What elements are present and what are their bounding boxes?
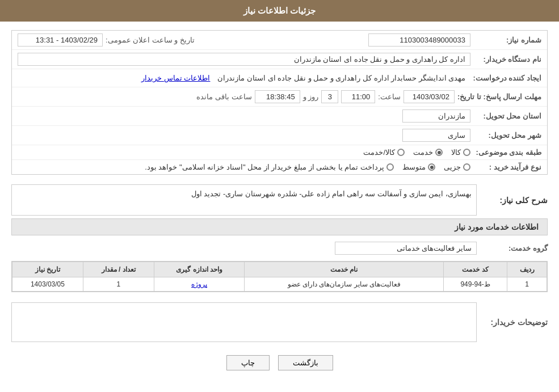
page-title: جزئیات اطلاعات نیاز <box>243 6 316 15</box>
radio-esnad-icon <box>386 163 394 171</box>
purchase-type-radio-group: جزیی متوسط پرداخت تمام یا بخشی از مبلغ خ… <box>145 163 470 171</box>
radio-kala-icon <box>463 149 470 156</box>
main-info-block: شماره نیاز: 1103003489000033 تاریخ و ساع… <box>11 30 548 175</box>
row-need-number: شماره نیاز: 1103003489000033 تاریخ و ساع… <box>12 31 547 50</box>
page-header: جزئیات اطلاعات نیاز <box>0 0 559 22</box>
deadline-days-label: روز و <box>303 92 319 101</box>
cell-service-name: فعالیت‌های سایر سازمان‌های دارای عضو <box>245 277 443 292</box>
services-table: ردیف کد خدمت نام خدمت واحد اندازه گیری ت… <box>12 262 547 292</box>
table-row: 1 ط-94-949 فعالیت‌های سایر سازمان‌های دا… <box>12 277 547 292</box>
buyer-org-value: اداره کل راهداری و حمل و نقل جاده ای است… <box>18 53 470 66</box>
deadline-time-label: ساعت: <box>378 92 401 101</box>
city-value: ساری <box>402 129 470 142</box>
cell-quantity: 1 <box>83 277 154 292</box>
need-number-value: 1103003489000033 <box>368 33 470 47</box>
back-button[interactable]: بازگشت <box>278 355 333 370</box>
row-category: طبقه بندی موضوعی: کالا خدمت کالا/خدمت <box>12 145 547 160</box>
province-label: استان محل تحویل: <box>473 112 541 120</box>
deadline-date-value: 1403/03/02 <box>404 90 455 103</box>
service-group-value: سایر فعالیت‌های خدماتی <box>335 242 477 255</box>
deadline-remaining-value: 18:38:45 <box>255 90 300 103</box>
need-number-label: شماره نیاز: <box>473 36 541 44</box>
radio-kala-khedmat-label: کالا/خدمت <box>363 148 395 157</box>
cell-service-code: ط-94-949 <box>443 277 507 292</box>
category-option-kala-khedmat[interactable]: کالا/خدمت <box>363 148 405 157</box>
row-creator: ایجاد کننده درخواست: مهدی اندایشگر حسابد… <box>12 69 547 87</box>
bottom-buttons: بازگشت چاپ <box>11 347 548 379</box>
city-label: شهر محل تحویل: <box>473 131 541 140</box>
row-province: استان محل تحویل: مازندران <box>12 107 547 126</box>
buyer-notes-label: توضیحات خریدار: <box>480 318 548 327</box>
row-service-group: گروه خدمت: سایر فعالیت‌های خدماتی <box>11 240 548 256</box>
category-label: طبقه بندی موضوعی: <box>473 148 541 157</box>
description-value: بهسازی، ایمن سازی و آسفالت سه راهی امام … <box>11 184 477 216</box>
province-value: مازندران <box>402 109 470 123</box>
deadline-remaining-label: ساعت باقی مانده <box>196 92 251 101</box>
radio-motavasset-icon <box>428 163 435 171</box>
page-wrapper: جزئیات اطلاعات نیاز شماره نیاز: 11030034… <box>0 0 559 392</box>
category-radio-group: کالا خدمت کالا/خدمت <box>363 148 470 157</box>
radio-khedmat-icon <box>435 149 443 156</box>
deadline-days-value: 3 <box>321 90 338 103</box>
creator-value: مهدی اندایشگر حسابدار اداره کل راهداری و… <box>213 72 470 84</box>
row-description: شرح کلی نیاز: بهسازی، ایمن سازی و آسفالت… <box>11 182 548 218</box>
buyer-notes-value <box>11 302 477 342</box>
creator-link[interactable]: اطلاعات تماس خریدار <box>141 74 210 82</box>
radio-jozii-label: جزیی <box>444 163 461 171</box>
row-purchase-type: نوع فرآیند خرید : جزیی متوسط پرداخت تمام… <box>12 160 547 174</box>
description-label: شرح کلی نیاز: <box>480 196 548 205</box>
purchase-type-label: نوع فرآیند خرید : <box>473 163 541 171</box>
radio-khedmat-label: خدمت <box>413 148 433 157</box>
col-service-code: کد خدمت <box>443 262 507 277</box>
services-table-container: ردیف کد خدمت نام خدمت واحد اندازه گیری ت… <box>11 261 548 292</box>
deadline-time-value: 11:00 <box>341 90 375 103</box>
announcement-date-value: 1403/02/29 - 13:31 <box>18 33 103 47</box>
radio-kala-khedmat-icon <box>397 149 405 156</box>
purchase-type-jozii[interactable]: جزیی <box>444 163 470 171</box>
category-option-kala[interactable]: کالا <box>451 148 470 157</box>
radio-jozii-icon <box>463 163 470 171</box>
content-area: شماره نیاز: 1103003489000033 تاریخ و ساع… <box>0 22 559 387</box>
creator-label: ایجاد کننده درخواست: <box>473 74 541 82</box>
radio-motavasset-label: متوسط <box>402 163 426 171</box>
cell-date: 1403/03/05 <box>12 277 83 292</box>
service-group-label: گروه خدمت: <box>480 244 548 252</box>
announcement-date-label: تاریخ و ساعت اعلان عمومی: <box>106 36 195 44</box>
category-option-khedmat[interactable]: خدمت <box>413 148 443 157</box>
deadline-label: مهلت ارسال پاسخ: تا تاریخ: <box>457 92 541 101</box>
buyer-org-label: نام دستگاه خریدار: <box>473 55 541 64</box>
row-deadline: مهلت ارسال پاسخ: تا تاریخ: 1403/03/02 سا… <box>12 87 547 107</box>
col-date: تاریخ نیاز <box>12 262 83 277</box>
purchase-type-motavasset[interactable]: متوسط <box>402 163 435 171</box>
col-service-name: نام خدمت <box>245 262 443 277</box>
col-unit: واحد اندازه گیری <box>154 262 245 277</box>
cell-unit[interactable]: پروژه <box>154 277 245 292</box>
row-buyer-org: نام دستگاه خریدار: اداره کل راهداری و حم… <box>12 50 547 69</box>
col-quantity: تعداد / مقدار <box>83 262 154 277</box>
print-button[interactable]: چاپ <box>226 355 270 370</box>
row-city: شهر محل تحویل: ساری <box>12 126 547 145</box>
col-rownum: ردیف <box>507 262 547 277</box>
services-section-title: اطلاعات خدمات مورد نیاز <box>11 218 548 235</box>
cell-rownum: 1 <box>507 277 547 292</box>
purchase-type-esnad[interactable]: پرداخت تمام یا بخشی از مبلغ خریدار از مح… <box>145 163 394 171</box>
radio-kala-label: کالا <box>451 148 461 157</box>
row-buyer-notes: توضیحات خریدار: <box>11 298 548 347</box>
radio-esnad-label: پرداخت تمام یا بخشی از مبلغ خریدار از مح… <box>145 163 384 171</box>
